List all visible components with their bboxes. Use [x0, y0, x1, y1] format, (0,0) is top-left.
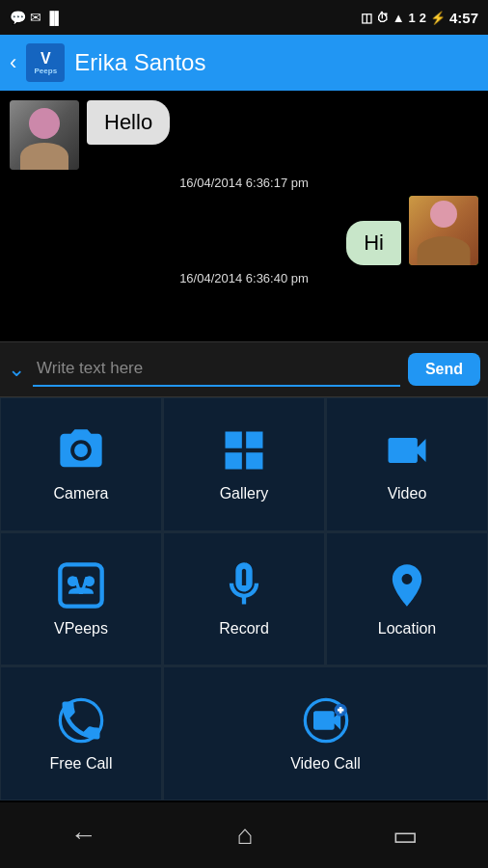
svg-point-3 [84, 576, 95, 586]
svg-point-2 [68, 576, 78, 586]
clock-icon: ⏱ [376, 11, 389, 25]
hangouts-icon: 💬 [10, 10, 26, 25]
chevron-down-icon[interactable]: ⌄ [8, 357, 25, 382]
gallery-label: Gallery [220, 485, 269, 502]
chat-area: Hello 16/04/2014 6:36:17 pm Hi 16/04/201… [0, 91, 488, 341]
nav-home-button[interactable]: ⌂ [218, 812, 273, 858]
nav-recent-button[interactable]: ▭ [373, 812, 437, 859]
time-display: 4:57 [449, 10, 478, 26]
timestamp-2: 16/04/2014 6:36:40 pm [10, 271, 478, 285]
timestamp-1: 16/04/2014 6:36:17 pm [10, 176, 478, 190]
record-button[interactable]: Record [163, 532, 325, 666]
status-left-icons: 💬 ✉ ▐▌ [10, 10, 63, 25]
back-button[interactable]: ‹ [10, 50, 16, 75]
incoming-avatar [10, 100, 79, 170]
video-call-icon [301, 695, 351, 746]
nav-back-button[interactable]: ← [51, 812, 117, 858]
free-call-button[interactable]: Free Call [0, 666, 162, 800]
video-button[interactable]: Video [326, 397, 488, 531]
input-area: ⌄ Send [0, 341, 488, 397]
network2-icon: 2 [420, 11, 426, 25]
app-logo: V Peeps [26, 43, 65, 82]
video-icon [382, 425, 432, 475]
gmail-icon: ✉ [30, 10, 41, 25]
sdcard-icon: ◫ [361, 11, 372, 25]
location-label: Location [378, 620, 437, 637]
bubble-hi: Hi [346, 221, 401, 265]
battery-icon: ⚡ [430, 11, 446, 25]
video-call-button[interactable]: Video Call [163, 666, 488, 800]
gallery-icon [219, 425, 269, 475]
message-input[interactable] [33, 352, 400, 387]
logo-v: V [41, 51, 51, 67]
nav-bar: ← ⌂ ▭ [0, 802, 488, 868]
message-incoming-hello: Hello [10, 100, 478, 170]
wifi-icon: ▲ [393, 11, 405, 25]
video-call-label: Video Call [290, 755, 361, 773]
phone-icon [56, 695, 106, 746]
camera-icon [56, 425, 106, 475]
status-right-icons: ◫ ⏱ ▲ 1 2 ⚡ 4:57 [361, 10, 478, 26]
bubble-hello: Hello [87, 100, 170, 145]
vpeeps-button[interactable]: V VPeeps [0, 532, 162, 666]
action-grid: Camera Gallery Video V VPeeps Record [0, 397, 488, 800]
vpeeps-label: VPeeps [54, 620, 108, 637]
avatar-image [10, 100, 79, 170]
network1-icon: 1 [409, 11, 416, 25]
send-button[interactable]: Send [408, 353, 480, 386]
signal-icon: ▐▌ [45, 11, 63, 25]
contact-name: Erika Santos [74, 49, 205, 76]
camera-button[interactable]: Camera [0, 397, 162, 531]
video-label: Video [388, 485, 427, 502]
camera-label: Camera [54, 485, 109, 502]
outgoing-avatar-image [409, 196, 478, 265]
logo-peeps: Peeps [35, 67, 58, 75]
status-bar: 💬 ✉ ▐▌ ◫ ⏱ ▲ 1 2 ⚡ 4:57 [0, 0, 488, 35]
location-button[interactable]: Location [326, 532, 488, 666]
microphone-icon [219, 560, 269, 610]
location-icon [382, 560, 432, 610]
app-header: ‹ V Peeps Erika Santos [0, 35, 488, 91]
vpeeps-icon: V [56, 560, 106, 610]
message-outgoing-hi: Hi [10, 196, 478, 265]
gallery-button[interactable]: Gallery [163, 397, 325, 531]
free-call-label: Free Call [50, 755, 113, 773]
record-label: Record [219, 620, 269, 637]
outgoing-avatar [409, 196, 478, 265]
